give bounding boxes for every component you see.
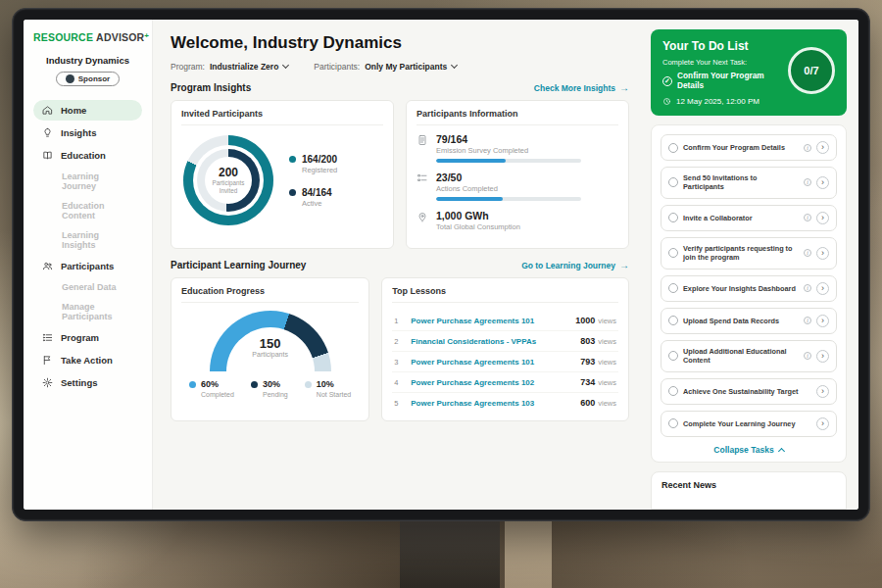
info-icon[interactable]: i	[804, 352, 811, 360]
views-count: 793	[580, 357, 595, 367]
lesson-views: 1000views	[575, 316, 616, 325]
program-insights-header: Program Insights Check More Insights →	[171, 82, 629, 93]
task-label: Verify participants requesting to join t…	[683, 244, 799, 263]
education-gauge-chart: 150 Participants	[210, 311, 331, 371]
todo-next-task[interactable]: ✓ Confirm Your Program Details	[662, 72, 780, 91]
chevron-right-icon[interactable]: ›	[816, 417, 829, 430]
participants-value: Only My Participants	[365, 62, 447, 72]
views-label: views	[598, 358, 616, 367]
chevron-right-icon[interactable]: ›	[816, 247, 829, 260]
chevron-up-icon	[778, 448, 785, 455]
chevron-right-icon[interactable]: ›	[816, 282, 829, 295]
task-item[interactable]: Confirm Your Program Details i ›	[661, 134, 837, 161]
sidebar-item-home[interactable]: Home	[33, 100, 142, 121]
chevron-down-icon	[282, 62, 289, 69]
sidebar-item-education-content[interactable]: Education Content	[33, 197, 142, 224]
lesson-link[interactable]: Financial Considerations - VPPAs	[411, 337, 572, 346]
task-checkbox[interactable]	[668, 177, 678, 187]
invited-participants-card: Invited Participants 200 Participants In…	[171, 100, 394, 249]
task-item[interactable]: Verify participants requesting to join t…	[661, 237, 837, 270]
views-count: 1000	[575, 316, 595, 325]
lesson-link[interactable]: Power Purchase Agreements 101	[411, 358, 572, 367]
legend-dot	[251, 381, 258, 388]
check-more-insights-link[interactable]: Check More Insights →	[534, 82, 629, 93]
card-title: Education Progress	[181, 286, 359, 303]
task-checkbox[interactable]	[668, 418, 678, 428]
task-checkbox[interactable]	[668, 386, 678, 396]
nav-label: Education	[61, 150, 106, 161]
task-item[interactable]: Invite a Collaborator i ›	[661, 205, 837, 231]
lesson-link[interactable]: Power Purchase Agreements 103	[411, 399, 572, 408]
sidebar-item-program[interactable]: Program	[33, 327, 142, 348]
task-checkbox[interactable]	[668, 316, 678, 325]
info-icon[interactable]: i	[804, 317, 811, 324]
top-lessons-card: Top Lessons 1 Power Purchase Agreements …	[381, 277, 629, 421]
lesson-rank: 5	[394, 399, 403, 408]
sidebar-item-learning-journey[interactable]: Learning Journey	[33, 168, 142, 195]
program-dropdown[interactable]: Program: Industrialize Zero	[171, 62, 288, 72]
sidebar-item-settings[interactable]: Settings	[33, 372, 142, 393]
task-item[interactable]: Upload Spend Data Records i ›	[661, 308, 837, 334]
info-icon[interactable]: i	[804, 284, 811, 292]
chevron-right-icon[interactable]: ›	[816, 212, 829, 224]
chevron-down-icon	[451, 62, 458, 69]
progress-fill	[436, 159, 506, 163]
views-label: views	[598, 337, 616, 346]
lesson-views: 600views	[580, 398, 616, 408]
task-checkbox[interactable]	[668, 143, 678, 153]
task-item[interactable]: Upload Additional Educational Content i …	[661, 340, 837, 372]
legend-label: Completed	[201, 391, 234, 398]
task-item[interactable]: Send 50 Invitations to Participants i ›	[661, 167, 837, 199]
legend-value: 30%	[263, 380, 288, 390]
info-icon[interactable]: i	[804, 249, 811, 257]
wall-light	[505, 521, 552, 588]
collapse-tasks-link[interactable]: Collapse Tasks	[661, 445, 837, 455]
legend-item-registered: 164/200 Registered	[289, 154, 337, 174]
chevron-right-icon[interactable]: ›	[816, 385, 829, 398]
views-label: views	[598, 317, 616, 325]
lesson-link[interactable]: Power Purchase Agreements 102	[411, 378, 572, 387]
chevron-right-icon[interactable]: ›	[816, 176, 829, 189]
main-content: Welcome, Industry Dynamics Program: Indu…	[153, 20, 645, 510]
donut-center-value: 200	[219, 166, 238, 179]
invited-donut-row: 200 Participants Invited 164/200 Registe	[181, 133, 383, 229]
task-label: Achieve One Sustainability Target	[683, 387, 799, 396]
task-item[interactable]: Complete Your Learning Journey i ›	[661, 411, 837, 437]
task-item[interactable]: Achieve One Sustainability Target i ›	[661, 378, 837, 405]
lesson-link[interactable]: Power Purchase Agreements 101	[411, 317, 567, 325]
task-checkbox[interactable]	[668, 213, 678, 222]
views-count: 600	[580, 398, 595, 408]
chevron-right-icon[interactable]: ›	[816, 315, 829, 327]
sidebar-item-learning-insights[interactable]: Learning Insights	[33, 226, 142, 254]
legend-value: 10%	[317, 380, 351, 390]
gauge-value: 150	[210, 337, 331, 351]
todo-progress: 0/7	[804, 65, 818, 76]
task-label: Upload Spend Data Records	[683, 317, 799, 325]
sidebar-item-manage-participants[interactable]: Manage Participants	[33, 298, 142, 325]
task-checkbox[interactable]	[668, 283, 678, 293]
brand-plus: +	[144, 31, 149, 40]
sidebar-item-insights[interactable]: Insights	[33, 122, 142, 143]
nav-label: Settings	[61, 377, 97, 388]
sidebar-item-take-action[interactable]: Take Action	[33, 350, 142, 370]
take-action-icon	[42, 355, 53, 366]
card-title: Invited Participants	[181, 109, 383, 125]
participants-icon	[42, 261, 53, 271]
sidebar-item-education[interactable]: Education	[33, 145, 142, 166]
sidebar-item-general-data[interactable]: General Data	[33, 278, 142, 296]
chevron-right-icon[interactable]: ›	[816, 141, 829, 154]
sponsor-badge[interactable]: Sponsor	[56, 72, 120, 86]
invited-donut-chart: 200 Participants Invited	[183, 135, 273, 225]
info-icon[interactable]: i	[804, 144, 811, 152]
task-checkbox[interactable]	[668, 248, 678, 258]
info-icon[interactable]: i	[804, 178, 811, 186]
participants-information-card: Participants Information 79/164 Emission…	[406, 100, 629, 249]
sidebar-item-participants[interactable]: Participants	[33, 256, 142, 276]
task-checkbox[interactable]	[668, 351, 678, 361]
task-item[interactable]: Explore Your Insights Dashboard i ›	[661, 275, 837, 302]
task-label: Confirm Your Program Details	[683, 143, 799, 152]
chevron-right-icon[interactable]: ›	[816, 350, 829, 363]
info-icon[interactable]: i	[804, 214, 811, 221]
go-to-learning-journey-link[interactable]: Go to Learning Journey →	[521, 260, 629, 270]
participants-dropdown[interactable]: Participants: Only My Participants	[314, 62, 457, 72]
